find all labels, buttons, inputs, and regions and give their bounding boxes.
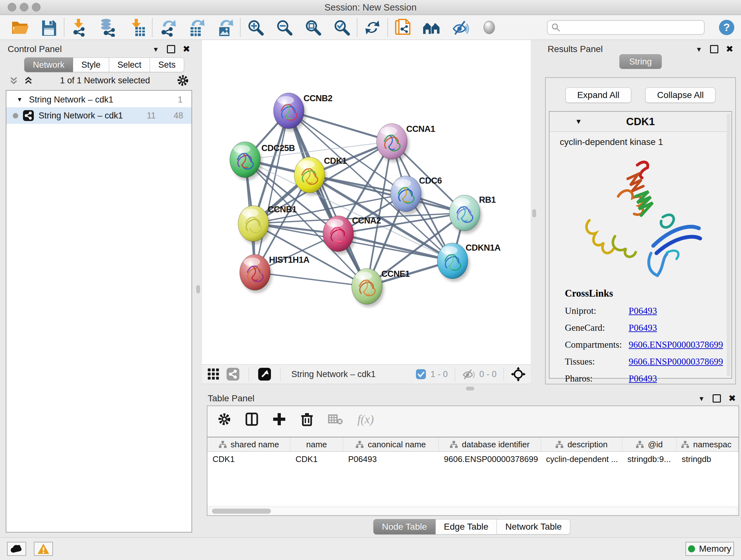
float-panel-icon[interactable] [167,45,175,53]
save-session-icon[interactable] [40,18,58,37]
hidden-eye-icon[interactable] [462,369,475,380]
left-splitter-handle[interactable] [196,285,200,294]
hide-glass-effect-icon[interactable] [451,18,470,37]
tab-network[interactable]: Network [24,57,73,72]
delete-table-icon[interactable] [328,413,343,425]
table-tabs: Node TableEdge TableNetwork Table [203,519,741,535]
card-expander-icon[interactable]: ▼ [575,118,582,126]
tab-select[interactable]: Select [109,57,150,72]
minimize-window-button[interactable] [20,3,28,11]
panel-menu-icon[interactable]: ▼ [152,46,159,53]
expand-all-icon[interactable] [23,76,33,85]
show-columns-icon[interactable] [245,413,259,426]
export-image-icon[interactable] [216,18,234,37]
network-collection-row[interactable]: ▼ String Network – cdk1 1 [6,92,192,107]
tab-string[interactable]: String [619,54,662,69]
grid-view-icon[interactable] [207,368,220,381]
column-header-database-identifier[interactable]: database identifier [439,437,541,451]
column-header-shared-name[interactable]: shared name [207,437,290,451]
export-table-icon[interactable] [187,18,205,37]
bottom-splitter-handle[interactable] [466,387,474,390]
float-panel-icon[interactable] [713,394,721,402]
tree-expander-icon[interactable]: ▼ [17,96,23,103]
network-node-CCNB2[interactable]: CCNB2 [273,93,333,132]
zoom-fit-content-icon[interactable] [304,18,322,37]
panel-menu-icon[interactable]: ▼ [696,46,702,53]
create-column-icon[interactable] [273,413,286,426]
tab-sets[interactable]: Sets [150,57,184,72]
scrollbar-thumb[interactable] [212,509,271,514]
network-row[interactable]: String Network – cdk1 11 48 [6,107,192,124]
network-node-CDC25B[interactable]: CDC25B [230,142,295,180]
expand-all-button[interactable]: Expand All [565,87,631,103]
import-table-from-file-icon[interactable] [128,18,146,37]
close-panel-icon[interactable]: ✖ [729,394,736,403]
column-header-canonical-name[interactable]: canonical name [343,437,439,451]
warnings-button[interactable] [34,542,53,556]
import-network-from-database-icon[interactable] [99,18,118,37]
node-label: HIST1H1A [269,255,310,265]
network-node-HIST1H1A[interactable]: HIST1H1A [240,254,310,293]
string-share-icon[interactable] [226,368,240,381]
network-node-CDK1[interactable]: CDK1 [294,156,347,196]
column-header-namespac[interactable]: namespac [677,437,738,451]
refresh-layout-icon[interactable] [363,18,382,37]
zoom-out-icon[interactable] [275,18,293,37]
collapse-all-icon[interactable] [9,76,18,85]
search-field[interactable] [547,20,704,35]
crosslink-link[interactable]: 9606.ENSP00000378699 [629,356,723,367]
column-header-description[interactable]: description [541,437,622,451]
glass-ball-effect-icon[interactable] [480,18,498,37]
close-window-button[interactable] [8,3,16,11]
tab-node-table[interactable]: Node Table [374,519,435,535]
memory-button[interactable]: Memory [685,542,734,556]
cloud-button[interactable] [7,542,26,556]
protein-card-header[interactable]: ▼ CDK1 [549,112,731,132]
network-edge[interactable] [255,111,289,272]
delete-columns-icon[interactable] [300,412,314,426]
table-row[interactable]: CDK1CDK1P064939606.ENSP00000378699cyclin… [207,452,738,466]
network-node-CDKN1A[interactable]: CDKN1A [437,243,501,282]
zoom-in-icon[interactable] [246,18,265,37]
table-horizontal-scrollbar[interactable] [209,508,737,514]
birdseye-view-icon[interactable] [258,368,271,381]
zoom-selected-icon[interactable] [333,18,351,37]
close-panel-icon[interactable]: ✖ [183,45,190,54]
crosslink-link[interactable]: P06493 [629,322,657,333]
network-node-RB1[interactable]: RB1 [449,195,496,234]
network-options-gear-icon[interactable] [177,74,189,86]
column-header-name[interactable]: name [290,437,343,451]
string-network-graph[interactable]: CCNB2CCNA1CDC25BCDK1CDC6RB1CCNB1CCNA2CDK… [202,40,531,364]
selected-checkbox-icon[interactable] [416,369,426,379]
collapse-all-button[interactable]: Collapse All [645,87,716,103]
crosslink-link[interactable]: 9606.ENSP00000378699 [629,339,723,350]
right-splitter-handle[interactable] [532,209,536,217]
table-settings-gear-icon[interactable] [218,413,231,426]
network-node-CCNE1[interactable]: CCNE1 [352,268,410,307]
help-icon[interactable]: ? [718,18,736,37]
import-network-from-file-icon[interactable] [70,18,89,37]
close-panel-icon[interactable]: ✖ [726,45,733,54]
network-canvas[interactable]: CCNB2CCNA1CDC25BCDK1CDC6RB1CCNB1CCNA2CDK… [202,40,531,364]
network-node-CCNA1[interactable]: CCNA1 [377,124,435,162]
network-node-CDC6[interactable]: CDC6 [391,176,442,214]
tab-network-table[interactable]: Network Table [497,519,570,535]
results-scrollbar[interactable] [727,114,731,376]
column-header-@id[interactable]: @id [622,437,677,451]
crosslink-link[interactable]: P06493 [629,373,657,383]
float-panel-icon[interactable] [710,45,718,53]
open-session-icon[interactable] [11,18,29,37]
network-node-CCNA2[interactable]: CCNA2 [323,216,381,254]
network-from-clipboard-icon[interactable] [394,18,412,37]
string-houses-icon[interactable] [422,18,441,37]
zoom-window-button[interactable] [32,3,41,11]
crosslink-link[interactable]: P06493 [629,306,657,316]
function-builder-icon[interactable]: f(x) [357,413,374,426]
tab-style[interactable]: Style [73,57,109,72]
panel-menu-icon[interactable]: ▼ [698,395,705,402]
crosshair-icon[interactable] [511,367,526,381]
tab-edge-table[interactable]: Edge Table [435,519,497,535]
column-label: canonical name [367,440,426,449]
export-network-icon[interactable] [158,18,177,37]
search-input[interactable] [563,22,700,33]
